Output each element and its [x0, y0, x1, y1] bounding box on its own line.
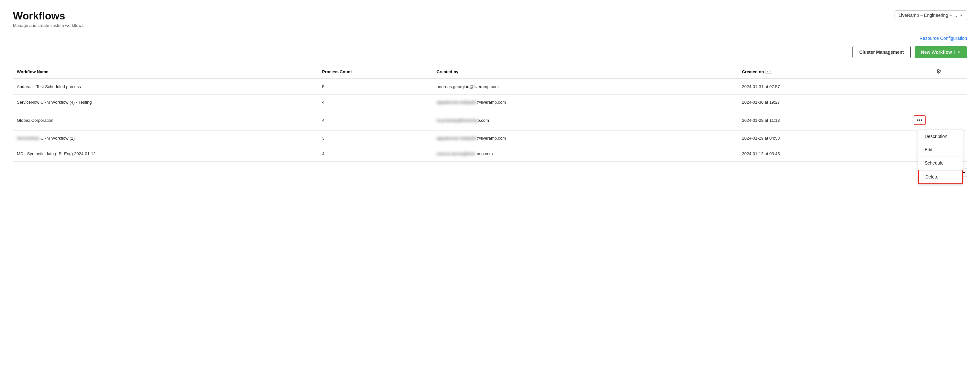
gear-icon[interactable]: ⚙ [936, 68, 941, 75]
blurred-email: ajayakumar.reddyathi [437, 100, 477, 105]
page-container: Workflows Manage and create custom workf… [0, 0, 980, 379]
table-header: Workflow Name Process Count Created by C… [13, 65, 967, 79]
chevron-down-icon: ▼ [955, 51, 961, 54]
created-by-cell: ajayakumar.reddyathi@liveramp.com [433, 94, 738, 110]
table-row: MD - Synthetic data (LR–Eng) 2024-01-12 … [13, 146, 967, 162]
table-row: ServiceNow CRM Workflow (4) - Testing 4 … [13, 94, 967, 110]
workflows-table: Workflow Name Process Count Created by C… [13, 65, 967, 162]
process-count-cell: 4 [318, 94, 433, 110]
page-title: Workflows [13, 10, 83, 22]
row-actions-cell: ••• Description Edit Schedule Delete [910, 110, 967, 131]
table-body: Andreas - Test Scheduled process 5 andre… [13, 79, 967, 162]
col-header-created-on: Created on ▲▼ [738, 65, 910, 79]
actions-cell: ••• Description Edit Schedule Delete [914, 115, 963, 125]
org-selector-label: LiveRamp – Engineering – ... [899, 13, 957, 18]
chevron-down-icon: ▼ [959, 14, 963, 17]
more-options-button[interactable]: ••• [914, 115, 926, 125]
process-count-cell: 4 [318, 110, 433, 131]
cluster-management-button[interactable]: Cluster Management [853, 46, 911, 58]
workflow-name-cell: MD - Synthetic data (LR–Eng) 2024-01-12 [13, 146, 318, 162]
workflow-name-cell: ServiceNow CRM Workflow (4) - Testing [13, 94, 318, 110]
blurred-name-prefix: ServiceNow [17, 136, 39, 141]
created-by-cell: ajayakumar.reddyathi@liveramp.com [433, 131, 738, 146]
created-by-cell: lucy.hanley@liverampo.com [433, 110, 738, 131]
col-header-settings: ⚙ [910, 65, 967, 79]
page-subtitle: Manage and create custom workflows [13, 23, 83, 28]
context-menu-item-description[interactable]: Description [918, 130, 963, 143]
table-row: ServiceNow CRM Workflow (2) 3 ajayakumar… [13, 131, 967, 146]
process-count-cell: 4 [318, 146, 433, 162]
page-header: Workflows Manage and create custom workf… [13, 10, 83, 28]
created-on-cell: 2024-01-12 at 03:45 [738, 146, 910, 162]
context-menu-item-edit[interactable]: Edit [918, 143, 963, 157]
created-on-cell: 2024-01-29 at 04:58 [738, 131, 910, 146]
toolbar-row: Cluster Management New Workflow ▼ [13, 46, 967, 58]
context-menu-item-schedule[interactable]: Schedule [918, 157, 963, 170]
sort-icon[interactable]: ▲▼ [765, 70, 772, 74]
created-by-cell: marcus.durma@liveramp.com [433, 146, 738, 162]
row-actions-cell [910, 79, 967, 94]
new-workflow-button[interactable]: New Workflow ▼ [915, 46, 967, 58]
resource-config-link[interactable]: Resource Configuration [920, 36, 967, 41]
workflows-table-container: Workflow Name Process Count Created by C… [13, 65, 967, 162]
table-footer: Rows per page: 15 25 50 [13, 168, 967, 177]
org-selector[interactable]: LiveRamp – Engineering – ... ▼ [894, 10, 967, 20]
created-on-cell: 2024-01-30 at 19:27 [738, 94, 910, 110]
process-count-cell: 3 [318, 131, 433, 146]
col-header-created-by: Created by [433, 65, 738, 79]
table-row: Andreas - Test Scheduled process 5 andre… [13, 79, 967, 94]
col-header-workflow-name: Workflow Name [13, 65, 318, 79]
blurred-email: ajayakumar.reddyathi [437, 136, 477, 141]
context-menu: Description Edit Schedule Delete [918, 130, 963, 184]
blurred-email: lucy.hanley@liveramp [437, 118, 477, 123]
header-row: Workflows Manage and create custom workf… [13, 10, 967, 28]
created-on-cell: 2024-01-29 at 11:13 [738, 110, 910, 131]
blurred-email: marcus.durma@liver [437, 151, 476, 156]
process-count-cell: 5 [318, 79, 433, 94]
resource-config-row: Resource Configuration [13, 36, 967, 41]
created-on-cell: 2024-01-31 at 07:57 [738, 79, 910, 94]
table-row: Globex Corporation 4 lucy.hanley@liveram… [13, 110, 967, 131]
new-workflow-label: New Workflow [921, 50, 952, 55]
workflow-name-cell: Andreas - Test Scheduled process [13, 79, 318, 94]
context-menu-item-delete[interactable]: Delete [918, 170, 963, 184]
col-header-process-count: Process Count [318, 65, 433, 79]
workflow-name-cell: ServiceNow CRM Workflow (2) [13, 131, 318, 146]
created-by-cell: andreas.georgiou@liveramp.com [433, 79, 738, 94]
row-actions-cell [910, 94, 967, 110]
workflow-name-cell: Globex Corporation [13, 110, 318, 131]
